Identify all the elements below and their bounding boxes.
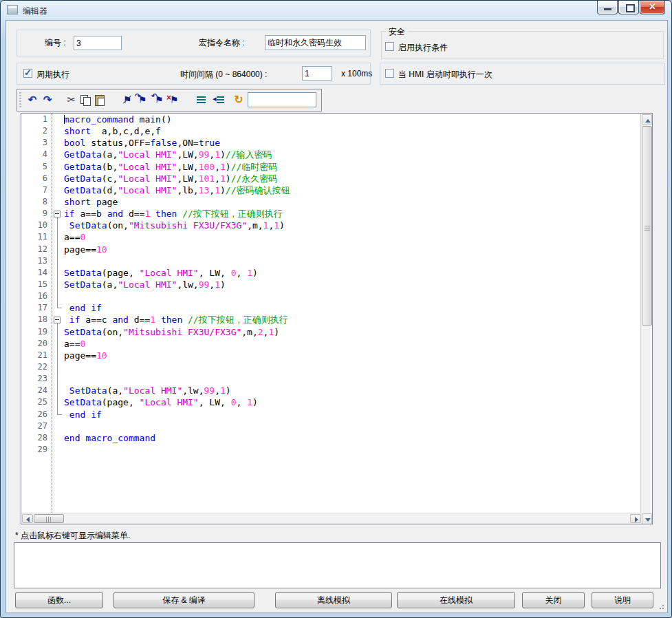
fold-margin bbox=[52, 338, 64, 350]
run-on-startup-checkbox[interactable] bbox=[385, 69, 394, 78]
paste-icon[interactable] bbox=[94, 94, 106, 106]
macro-name-input[interactable] bbox=[265, 35, 366, 50]
cut-icon[interactable] bbox=[65, 94, 78, 106]
code-line[interactable]: 15SetData(a,"Local HMI",lw,99,1) bbox=[21, 279, 642, 290]
format-icon[interactable] bbox=[232, 94, 245, 106]
code-line[interactable]: 2short a,b,c,d,e,f bbox=[21, 125, 642, 137]
editor-toolbar bbox=[17, 89, 322, 111]
copy-icon[interactable] bbox=[79, 94, 91, 106]
online-simulation-button[interactable]: 在线模拟 bbox=[397, 592, 515, 608]
line-number: 27 bbox=[21, 420, 52, 432]
code-line[interactable]: 27 bbox=[21, 420, 642, 432]
code-text: page==10 bbox=[64, 244, 107, 255]
code-line[interactable]: 7GetData(d,"Local HMI",lb,13,1)//密码确认按钮 bbox=[21, 184, 642, 196]
code-line[interactable]: 5GetData(b,"Local HMI",LW,100,1)//临时密码 bbox=[21, 161, 642, 173]
line-number: 20 bbox=[21, 338, 52, 350]
collapse-box-icon[interactable] bbox=[54, 211, 61, 217]
fold-margin bbox=[52, 385, 64, 396]
vertical-scroll-thumb[interactable] bbox=[642, 126, 652, 326]
outdent-icon[interactable] bbox=[214, 94, 226, 106]
gutter-separator bbox=[52, 114, 52, 514]
fold-margin bbox=[52, 290, 64, 302]
code-line[interactable]: 12page==10 bbox=[21, 244, 642, 255]
code-line[interactable]: 18 if a==c and d==1 then //按下按钮，正确则执行 bbox=[21, 314, 642, 326]
indent-icon[interactable] bbox=[195, 94, 208, 106]
undo-icon[interactable] bbox=[26, 94, 39, 106]
fold-margin bbox=[52, 244, 64, 255]
code-line[interactable]: 29 bbox=[21, 444, 642, 456]
scroll-right-arrow[interactable] bbox=[630, 514, 641, 523]
collapse-box-icon[interactable] bbox=[54, 317, 61, 323]
code-line[interactable]: 6GetData(c,"Local HMI",LW,101,1)//永久密码 bbox=[21, 173, 642, 184]
redo-icon[interactable] bbox=[41, 94, 54, 106]
periodic-checkbox[interactable] bbox=[23, 69, 32, 78]
line-number: 23 bbox=[21, 373, 52, 385]
interval-input[interactable] bbox=[302, 66, 332, 81]
code-text: a==0 bbox=[64, 338, 85, 350]
line-number: 11 bbox=[21, 231, 52, 243]
maximize-button[interactable] bbox=[618, 1, 639, 14]
toggle-bookmark-icon[interactable] bbox=[121, 94, 133, 106]
editor-dialog: 编辑器 编号 : 宏指令名称 : 安全 启用执行条件 周期执行 时间间隔 (0 … bbox=[0, 0, 672, 618]
code-line[interactable]: 4GetData(a,"Local HMI",LW,99,1)//输入密码 bbox=[21, 149, 642, 160]
close-window-button[interactable] bbox=[640, 1, 665, 14]
code-line[interactable]: 17 end if bbox=[21, 302, 642, 314]
line-number: 29 bbox=[21, 444, 52, 456]
code-line[interactable]: 9if a==b and d==1 then //按下按钮，正确则执行 bbox=[21, 208, 642, 220]
fold-margin bbox=[52, 350, 64, 361]
code-line[interactable]: 8short page bbox=[21, 196, 642, 208]
scroll-left-arrow[interactable] bbox=[22, 514, 33, 523]
code-line[interactable]: 13 bbox=[21, 255, 642, 267]
code-line[interactable]: 22 bbox=[21, 361, 642, 373]
macro-id-input[interactable] bbox=[74, 36, 122, 50]
fold-toggle[interactable] bbox=[52, 314, 64, 326]
clear-bookmarks-icon[interactable] bbox=[168, 94, 180, 106]
find-input[interactable] bbox=[248, 92, 316, 107]
code-line[interactable]: 19SetData(on,"Mitsubishi FX3U/FX3G",m,2,… bbox=[21, 326, 642, 338]
code-line[interactable]: 21page==10 bbox=[21, 350, 642, 361]
horizontal-scrollbar[interactable] bbox=[21, 513, 642, 524]
save-compile-button[interactable]: 保存 & 编译 bbox=[113, 592, 254, 608]
fold-margin bbox=[52, 255, 64, 267]
previous-bookmark-icon[interactable] bbox=[153, 94, 165, 106]
code-text: SetData(page, "Local HMI", LW, 0, 1) bbox=[64, 267, 258, 279]
code-text: SetData(page, "Local HMI", LW, 0, 1) bbox=[64, 396, 258, 408]
horizontal-scroll-thumb[interactable] bbox=[34, 514, 64, 523]
functions-button[interactable]: 函数... bbox=[15, 592, 103, 608]
code-line[interactable]: 14SetData(page, "Local HMI", LW, 0, 1) bbox=[21, 267, 642, 279]
fold-toggle[interactable] bbox=[52, 208, 64, 220]
code-line[interactable]: 3bool status,OFF=false,ON=true bbox=[21, 137, 642, 149]
scroll-down-arrow[interactable] bbox=[642, 513, 652, 524]
code-line[interactable]: 28end macro_command bbox=[21, 432, 642, 444]
code-line[interactable]: 11a==0 bbox=[21, 231, 642, 243]
offline-simulation-button[interactable]: 离线模拟 bbox=[275, 592, 392, 608]
resize-grip[interactable] bbox=[658, 603, 664, 610]
fold-margin bbox=[52, 173, 64, 184]
toolbar-grip[interactable] bbox=[19, 92, 21, 108]
line-number: 17 bbox=[21, 302, 52, 314]
code-line[interactable]: 16 bbox=[21, 290, 642, 302]
code-area[interactable]: 1macro_command main()2short a,b,c,d,e,f3… bbox=[21, 114, 642, 514]
next-bookmark-icon[interactable] bbox=[136, 94, 149, 106]
close-button[interactable]: 关闭 bbox=[522, 592, 585, 608]
help-button[interactable]: 说明 bbox=[592, 592, 653, 608]
code-line[interactable]: 26 end if bbox=[21, 409, 642, 420]
code-line[interactable]: 1macro_command main() bbox=[21, 114, 642, 125]
enable-condition-checkbox[interactable] bbox=[385, 42, 394, 51]
code-line[interactable]: 20a==0 bbox=[21, 338, 642, 350]
code-line[interactable]: 10 SetData(on,"Mitsubishi FX3U/FX3G",m,1… bbox=[21, 220, 642, 231]
code-text: short a,b,c,d,e,f bbox=[64, 125, 161, 137]
line-number: 2 bbox=[21, 125, 52, 137]
vertical-scrollbar[interactable] bbox=[640, 114, 652, 524]
title-bar[interactable]: 编辑器 bbox=[1, 1, 671, 20]
code-line[interactable]: 23 bbox=[21, 373, 642, 385]
code-text: SetData(on,"Mitsubishi FX3U/FX3G",m,2,1) bbox=[64, 326, 279, 338]
line-number: 26 bbox=[21, 409, 52, 420]
minimize-button[interactable] bbox=[597, 1, 618, 14]
line-number: 9 bbox=[21, 208, 52, 220]
code-editor[interactable]: 1macro_command main()2short a,b,c,d,e,f3… bbox=[21, 113, 653, 524]
code-line[interactable]: 24 SetData(a,"Local HMI",lw,99,1) bbox=[21, 385, 642, 396]
code-line[interactable]: 25SetData(page, "Local HMI", LW, 0, 1) bbox=[21, 396, 642, 408]
code-text: SetData(a,"Local HMI",lw,99,1) bbox=[64, 279, 226, 290]
scroll-up-arrow[interactable] bbox=[642, 114, 652, 125]
